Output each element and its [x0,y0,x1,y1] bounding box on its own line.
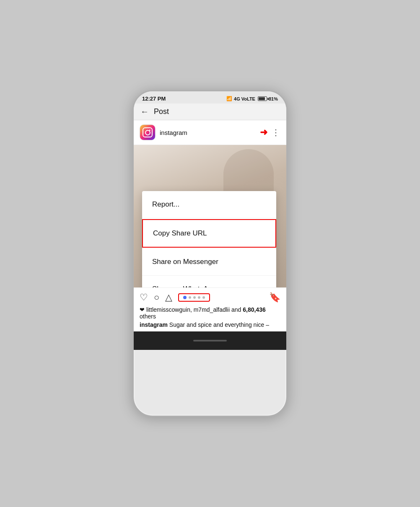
post-footer: ♡ ○ △ 🔖 ❤ littlemisscowguin, m7md_alfadl… [134,287,286,331]
menu-item-copy-share-url[interactable]: Copy Share URL [142,219,276,248]
signal-bars: 📶 [226,96,232,101]
network-type: 4G VoLTE [234,96,255,101]
save-button[interactable]: 🔖 [269,292,280,303]
ig-logo-inner [143,127,153,137]
caption: instagram Sugar and spice and everything… [140,321,280,328]
nav-bar: ← Post [134,103,286,120]
battery-icon [258,96,267,101]
action-left: ♡ ○ △ [140,292,210,303]
share-button[interactable]: △ [165,292,172,303]
menu-item-report[interactable]: Report... [142,191,276,218]
likes-text: ❤ littlemisscowguin, m7md_alfadlii and 6… [140,306,280,320]
power-button[interactable] [132,150,133,170]
comment-button[interactable]: ○ [154,292,159,303]
back-button[interactable]: ← [140,107,149,116]
post-username[interactable]: instagram [160,129,187,136]
caption-username[interactable]: instagram [140,321,168,328]
caption-body: Sugar and spice and everything nice – [169,321,269,328]
volume-down-button[interactable] [287,160,288,174]
status-icons: 📶 4G VoLTE 81% [226,96,278,101]
likes-prefix: ❤ littlemisscowguin, m7md_alfadlii and [140,306,241,313]
likes-suffix: others [140,313,156,320]
post-header: instagram ➜ ⋮ [134,120,286,145]
dot-2 [189,296,191,299]
dot-3 [193,296,196,299]
dot-4 [198,296,200,299]
menu-item-share-messenger[interactable]: Share on Messenger [142,248,276,276]
dot-1 [183,296,187,299]
home-indicator[interactable] [193,340,227,341]
battery-percent: 81% [269,96,278,101]
post-image-area: Report... Copy Share URL Share on Messen… [134,145,286,287]
more-options-button[interactable]: ⋮ [272,127,280,137]
volume-up-button[interactable] [287,142,288,155]
post-header-right: ➜ ⋮ [260,127,280,138]
phone-frame: 12:27 PM 📶 4G VoLTE 81% ← Post instagram… [132,90,288,417]
status-bar: 12:27 PM 📶 4G VoLTE 81% [134,91,286,103]
dot-5 [202,296,205,299]
bottom-bar [134,331,286,350]
post-header-left: instagram [140,124,187,140]
red-arrow-indicator: ➜ [260,127,267,138]
context-menu: Report... Copy Share URL Share on Messen… [142,191,276,287]
likes-count: 6,80,436 [243,306,266,313]
page-title: Post [154,107,169,116]
carousel-dots [178,293,210,302]
menu-item-share-whatsapp[interactable]: Share on WhatsApp [142,276,276,287]
time-display: 12:27 PM [142,96,166,102]
instagram-logo [140,124,156,140]
action-row: ♡ ○ △ 🔖 [140,292,280,303]
like-button[interactable]: ♡ [140,292,148,303]
